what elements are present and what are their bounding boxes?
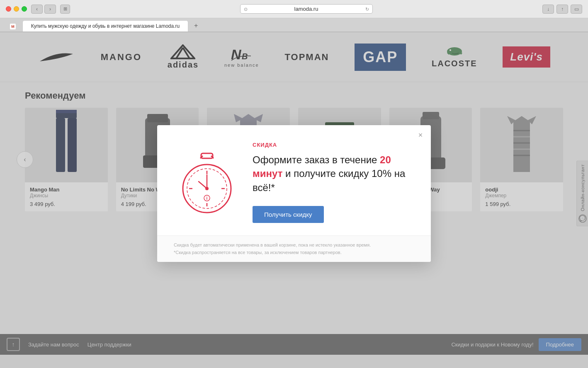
nav-buttons: ‹ › [31,5,56,14]
back-button[interactable]: ‹ [31,5,43,14]
modal-body: i СКИДКА Оформите заказ в течение 20 мин… [157,125,431,236]
download-button[interactable]: ↓ [542,5,554,14]
url-text: lamoda.ru [294,6,318,12]
address-bar[interactable]: ⊙ lamoda.ru ↻ [240,4,373,14]
headline-part1: Оформите заказ в течение [253,154,380,165]
modal-footnote2: *Скидка распространяется на все товары, … [174,249,414,257]
location-icon: ⊙ [244,6,248,12]
modal-content: СКИДКА Оформите заказ в течение 20 минут… [253,142,414,223]
discount-modal: × [157,125,431,262]
modal-footer: Скидка будет автоматически применена в в… [157,235,431,262]
tab-gmail[interactable]: M [5,22,21,31]
svg-point-37 [205,187,209,190]
modal-close-button[interactable]: × [416,131,425,140]
close-window-button[interactable] [6,6,11,12]
modal-badge: СКИДКА [253,142,414,148]
svg-text:i: i [207,196,208,201]
browser-titlebar: ‹ › ⊞ ⊙ lamoda.ru ↻ ↓ ↑ ▭ [0,0,588,18]
traffic-lights [6,6,27,12]
forward-button[interactable]: › [44,5,56,14]
maximize-window-button[interactable] [22,6,27,12]
modal-headline: Оформите заказ в течение 20 минут и полу… [253,153,414,195]
modal-overlay: × [0,32,588,355]
share-button[interactable]: ↑ [556,5,568,14]
new-tab-button[interactable]: + [190,20,202,31]
gmail-icon: M [10,24,16,29]
browser-tab-bar: M Купить мужскую одежду и обувь в интерн… [0,18,588,32]
stopwatch-icon: i [178,149,236,215]
tab-main[interactable]: Купить мужскую одежду и обувь в интернет… [22,20,188,31]
svg-rect-26 [201,153,213,158]
tab-overview-button[interactable]: ⊞ [60,5,70,14]
modal-icon-wrap: i [174,149,240,215]
sidebar-button[interactable]: ▭ [571,5,582,14]
tab-title: Купить мужскую одежду и обувь в интернет… [31,23,180,29]
browser-right-buttons: ↓ ↑ ▭ [542,5,582,14]
get-discount-button[interactable]: Получить скидку [253,206,324,223]
reload-icon[interactable]: ↻ [365,6,369,12]
address-bar-wrap: ⊙ lamoda.ru ↻ [74,4,538,14]
modal-footnote1: Скидка будет автоматически применена в в… [174,242,414,249]
browser-chrome: ‹ › ⊞ ⊙ lamoda.ru ↻ ↓ ↑ ▭ M Купить мужск… [0,0,588,32]
page-content: MANGO adidas N B new balance [0,32,588,355]
minimize-window-button[interactable] [14,6,19,12]
